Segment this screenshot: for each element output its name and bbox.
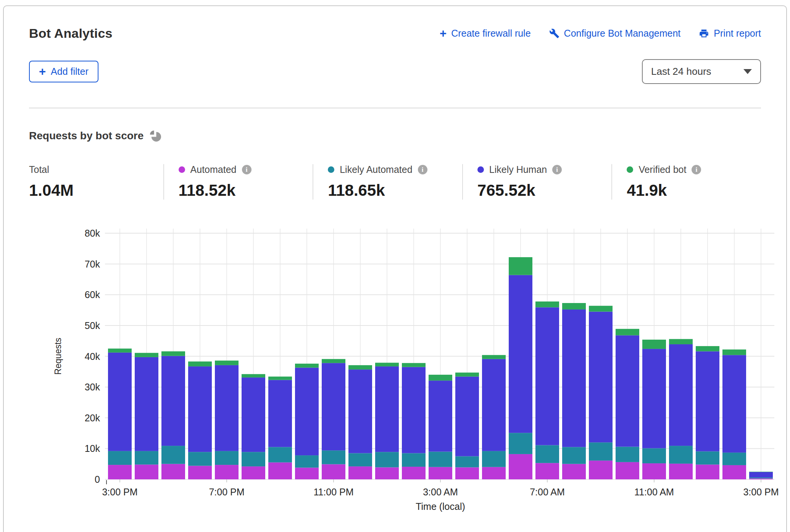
- likely-automated-segment[interactable]: [348, 453, 372, 466]
- chart-bar[interactable]: [135, 353, 158, 479]
- automated-segment[interactable]: [562, 464, 586, 479]
- verified-bot-segment[interactable]: [642, 340, 666, 349]
- verified-bot-segment[interactable]: [722, 350, 746, 355]
- automated-segment[interactable]: [375, 468, 399, 479]
- likely-automated-segment[interactable]: [642, 448, 666, 464]
- automated-segment[interactable]: [215, 465, 239, 479]
- add-filter-button[interactable]: + Add filter: [29, 61, 98, 82]
- create-firewall-rule-link[interactable]: + Create firewall rule: [440, 27, 531, 39]
- chart-bar[interactable]: [669, 339, 693, 479]
- likely-automated-segment[interactable]: [322, 450, 345, 464]
- likely-automated-segment[interactable]: [295, 455, 319, 468]
- automated-segment[interactable]: [482, 467, 506, 479]
- likely-human-segment[interactable]: [535, 307, 559, 445]
- verified-bot-segment[interactable]: [589, 306, 613, 311]
- verified-bot-segment[interactable]: [108, 348, 132, 352]
- verified-bot-segment[interactable]: [696, 346, 719, 351]
- automated-segment[interactable]: [696, 464, 719, 479]
- likely-human-segment[interactable]: [242, 377, 265, 452]
- configure-bot-management-link[interactable]: Configure Bot Management: [549, 28, 681, 39]
- chart-bar[interactable]: [696, 346, 719, 479]
- automated-segment[interactable]: [669, 464, 693, 479]
- info-icon[interactable]: i: [692, 165, 701, 174]
- likely-automated-segment[interactable]: [509, 433, 532, 454]
- verified-bot-segment[interactable]: [749, 472, 773, 472]
- likely-human-segment[interactable]: [429, 380, 452, 451]
- verified-bot-segment[interactable]: [135, 353, 158, 357]
- print-report-link[interactable]: Print report: [699, 28, 761, 39]
- verified-bot-segment[interactable]: [242, 374, 265, 377]
- automated-segment[interactable]: [642, 463, 666, 479]
- verified-bot-segment[interactable]: [616, 329, 639, 335]
- verified-bot-segment[interactable]: [322, 359, 345, 363]
- chart-bar[interactable]: [161, 351, 185, 479]
- chart-bar[interactable]: [375, 363, 399, 479]
- likely-automated-segment[interactable]: [482, 451, 506, 467]
- chart-bar[interactable]: [642, 340, 666, 479]
- automated-segment[interactable]: [135, 464, 158, 479]
- likely-human-segment[interactable]: [402, 367, 426, 453]
- likely-automated-segment[interactable]: [188, 452, 212, 466]
- chart-bar[interactable]: [295, 364, 319, 479]
- verified-bot-segment[interactable]: [375, 363, 399, 366]
- chart-bar[interactable]: [749, 472, 773, 479]
- chart-bar[interactable]: [108, 348, 132, 479]
- automated-segment[interactable]: [509, 454, 532, 479]
- likely-automated-segment[interactable]: [589, 442, 613, 461]
- verified-bot-segment[interactable]: [535, 301, 559, 307]
- likely-human-segment[interactable]: [642, 349, 666, 448]
- likely-automated-segment[interactable]: [215, 451, 239, 465]
- likely-automated-segment[interactable]: [135, 451, 158, 464]
- info-icon[interactable]: i: [242, 165, 252, 174]
- likely-automated-segment[interactable]: [455, 456, 479, 468]
- automated-segment[interactable]: [616, 462, 639, 479]
- chart-bar[interactable]: [616, 329, 639, 479]
- likely-automated-segment[interactable]: [242, 452, 265, 466]
- automated-segment[interactable]: [429, 467, 452, 479]
- automated-segment[interactable]: [322, 464, 345, 479]
- chart-bar[interactable]: [455, 372, 479, 479]
- likely-human-segment[interactable]: [161, 356, 185, 446]
- likely-human-segment[interactable]: [108, 353, 132, 451]
- chart-bar[interactable]: [509, 257, 532, 479]
- likely-human-segment[interactable]: [749, 472, 773, 478]
- likely-human-segment[interactable]: [509, 275, 532, 433]
- likely-automated-segment[interactable]: [108, 451, 132, 465]
- likely-automated-segment[interactable]: [616, 447, 639, 462]
- info-icon[interactable]: i: [552, 165, 562, 174]
- automated-segment[interactable]: [402, 467, 426, 479]
- likely-automated-segment[interactable]: [535, 445, 559, 463]
- verified-bot-segment[interactable]: [482, 355, 506, 359]
- verified-bot-segment[interactable]: [215, 361, 239, 365]
- automated-segment[interactable]: [348, 466, 372, 479]
- likely-automated-segment[interactable]: [402, 453, 426, 466]
- chart-bar[interactable]: [322, 359, 345, 479]
- automated-segment[interactable]: [589, 461, 613, 479]
- likely-automated-segment[interactable]: [375, 452, 399, 467]
- chart-bar[interactable]: [268, 377, 292, 479]
- likely-automated-segment[interactable]: [562, 447, 586, 464]
- likely-human-segment[interactable]: [215, 365, 239, 451]
- likely-human-segment[interactable]: [482, 359, 506, 451]
- chart-bar[interactable]: [589, 306, 613, 479]
- likely-human-segment[interactable]: [322, 363, 345, 450]
- automated-segment[interactable]: [188, 466, 212, 479]
- likely-human-segment[interactable]: [616, 335, 639, 447]
- likely-human-segment[interactable]: [455, 377, 479, 456]
- verified-bot-segment[interactable]: [562, 303, 586, 310]
- likely-human-segment[interactable]: [348, 369, 372, 453]
- automated-segment[interactable]: [108, 465, 132, 479]
- likely-human-segment[interactable]: [268, 380, 292, 447]
- likely-automated-segment[interactable]: [429, 451, 452, 467]
- chart-bar[interactable]: [562, 303, 586, 479]
- likely-human-segment[interactable]: [295, 368, 319, 455]
- chart-bar[interactable]: [535, 301, 559, 479]
- likely-human-segment[interactable]: [135, 357, 158, 451]
- verified-bot-segment[interactable]: [161, 351, 185, 356]
- info-icon[interactable]: i: [418, 165, 427, 174]
- verified-bot-segment[interactable]: [295, 364, 319, 368]
- likely-human-segment[interactable]: [722, 355, 746, 453]
- chart-bar[interactable]: [429, 375, 452, 479]
- automated-segment[interactable]: [268, 463, 292, 479]
- automated-segment[interactable]: [295, 468, 319, 479]
